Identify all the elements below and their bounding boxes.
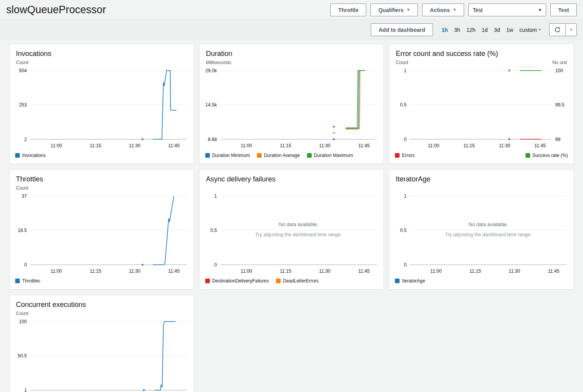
chart-card-concurrent-executions: Concurrent executions Count 10050.5111:0… [9, 295, 194, 392]
throttles-chart[interactable]: 3718.5011:0011:1511:3011:45 [10, 191, 194, 277]
time-range-12h[interactable]: 12h [466, 27, 475, 33]
chart-card-throttles: Throttles Count 3718.5011:0011:1511:3011… [9, 169, 194, 289]
legend-label: Duration Average [264, 153, 300, 158]
refresh-options-button[interactable]: ▾ [566, 24, 576, 36]
chart-legend: DestinationDeliveryFailuresDeadLetterErr… [200, 277, 384, 289]
chart-svg: 10050.5111:0011:1511:3011:45 [12, 317, 191, 392]
y2-axis-tick-label: 99 [555, 137, 561, 142]
header-actions: Throttle Qualifiers ▼ Actions ▼ Test ▼ T… [330, 3, 577, 16]
legend-label: Throttles [22, 278, 40, 284]
actions-button[interactable]: Actions ▼ [422, 3, 464, 16]
no-data-hint: Try adjusting the dashboard time range. [445, 232, 532, 237]
caret-down-icon: ▾ [539, 28, 541, 31]
x-axis-tick-label: 11:30 [129, 143, 141, 148]
x-axis-tick-label: 11:45 [548, 268, 560, 274]
legend-item-iteratorage[interactable]: IteratorAge [395, 278, 425, 284]
time-range-1d[interactable]: 1d [482, 27, 488, 33]
y-axis-tick-label: 29.0k [205, 68, 217, 73]
y-axis-tick-label: 504 [19, 68, 27, 73]
y-axis-tick-label: 0 [214, 262, 217, 268]
legend-swatch [205, 279, 210, 283]
y-axis-tick-label: 8.68 [208, 137, 217, 142]
concurrent-executions-chart[interactable]: 10050.5111:0011:1511:3011:45 [10, 317, 194, 392]
x-axis-tick-label: 11:45 [358, 268, 370, 274]
axis-unit-row: Count [10, 310, 194, 317]
chart-card-duration: Duration Milliseconds 29.0k14.5k8.6811:0… [199, 44, 384, 164]
y2-axis-tick-label: 99.5 [555, 102, 565, 108]
y-axis-tick-label: 2 [24, 137, 27, 142]
custom-range-link[interactable]: custom ▾ [519, 27, 541, 33]
time-range-links: 1h3h12h1d3d1w [442, 27, 513, 33]
chart-title: Concurrent executions [16, 301, 187, 309]
time-range-3d[interactable]: 3d [494, 27, 500, 33]
test-button-label: Test [558, 7, 569, 13]
test-button[interactable]: Test [550, 3, 577, 16]
axis-unit-row: Count No unit [389, 59, 573, 66]
legend-item-duration-average[interactable]: Duration Average [257, 153, 300, 158]
refresh-button[interactable] [550, 24, 566, 36]
time-range-3h[interactable]: 3h [454, 27, 460, 33]
x-axis-tick-label: 11:15 [280, 268, 292, 274]
legend-item-invocations[interactable]: Invocations [15, 153, 46, 158]
legend-item-throttles[interactable]: Throttles [15, 278, 40, 284]
x-axis-tick-label: 11:00 [51, 268, 62, 274]
chart-card-error-success-rate: Error count and success rate (%) Count N… [389, 44, 574, 164]
qualifiers-button[interactable]: Qualifiers ▼ [370, 3, 418, 16]
chart-legend: Duration MinimumDuration AverageDuration… [200, 151, 384, 164]
x-axis-tick-label: 11:15 [463, 143, 475, 148]
invocations-chart[interactable]: 504253211:0011:1511:3011:45 [10, 66, 194, 151]
left-axis-unit: Count [396, 60, 408, 66]
time-range-1h[interactable]: 1h [442, 27, 448, 33]
x-axis-tick-label: 11:00 [430, 268, 442, 274]
test-event-select[interactable]: Test ▼ [468, 3, 546, 16]
x-axis-tick-label: 11:00 [241, 143, 252, 148]
add-to-dashboard-button[interactable]: Add to dashboard [371, 23, 433, 36]
throttle-button[interactable]: Throttle [330, 3, 366, 16]
legend-item-duration-minimum[interactable]: Duration Minimum [205, 153, 250, 158]
chart-svg: 10.5010099.59911:0011:1511:3011:45 [392, 66, 571, 151]
caret-down-icon: ▼ [407, 8, 410, 12]
chart-title: Throttles [16, 175, 187, 183]
legend-item-deadlettererrors[interactable]: DeadLetterErrors [276, 278, 319, 284]
series-dot-errors [508, 138, 510, 140]
qualifiers-button-label: Qualifiers [378, 7, 403, 13]
time-range-1w[interactable]: 1w [506, 27, 513, 33]
series-dot-duration-average [333, 132, 335, 134]
series-dot-throttles [141, 264, 143, 266]
legend-item-destinationdeliveryfailures[interactable]: DestinationDeliveryFailures [205, 278, 269, 284]
error-success-chart[interactable]: 10.5010099.59911:0011:1511:3011:45 [389, 66, 573, 151]
y-axis-tick-label: 1 [214, 193, 217, 199]
x-axis-tick-label: 11:15 [280, 143, 292, 148]
legend-label: IteratorAge [402, 278, 425, 284]
add-to-dashboard-label: Add to dashboard [379, 27, 425, 33]
chart-title: Error count and success rate (%) [396, 50, 567, 58]
refresh-control: ▾ [549, 23, 577, 36]
chart-card-invocations: Invocations Count 504253211:0011:1511:30… [9, 44, 194, 164]
legend-item-success-rate-[interactable]: Success rate (%) [525, 153, 568, 158]
y-axis-tick-label: 50.5 [17, 354, 27, 359]
y-axis-tick-label: 100 [19, 319, 27, 324]
chart-card-iterator-age: IteratorAge 10.5011:0011:1511:3011:45No … [389, 169, 574, 289]
async-delivery-failures-chart[interactable]: 10.5011:0011:1511:3011:45No data availab… [200, 191, 384, 277]
x-axis-tick-label: 11:45 [358, 143, 370, 148]
x-axis-tick-label: 11:15 [470, 268, 481, 274]
duration-chart[interactable]: 29.0k14.5k8.6811:0011:1511:3011:45 [200, 66, 384, 151]
x-axis-tick-label: 11:30 [499, 143, 511, 148]
x-axis-tick-label: 11:45 [168, 268, 180, 274]
series-dot-concurrentexecutions [143, 389, 145, 391]
custom-range-label: custom [519, 27, 537, 33]
chart-card-async-delivery-failures: Async delivery failures 10.5011:0011:151… [199, 169, 384, 289]
y-axis-tick-label: 37 [22, 193, 27, 199]
series-line-duration-maximum [346, 71, 365, 128]
legend-label: Duration Minimum [212, 153, 250, 158]
legend-item-duration-maximum[interactable]: Duration Maximum [307, 153, 353, 158]
chart-title: Duration [206, 50, 377, 58]
no-data-message: No data available. [279, 222, 318, 228]
left-axis-unit: Count [16, 311, 28, 317]
axis-unit-row: Milliseconds [200, 59, 384, 66]
legend-item-errors[interactable]: Errors [395, 153, 415, 158]
chart-title: Async delivery failures [206, 175, 377, 183]
chart-svg: 10.5011:0011:1511:3011:45No data availab… [202, 192, 381, 277]
iterator-age-chart[interactable]: 10.5011:0011:1511:3011:45No data availab… [389, 191, 573, 277]
series-line-duration-average [346, 71, 362, 129]
